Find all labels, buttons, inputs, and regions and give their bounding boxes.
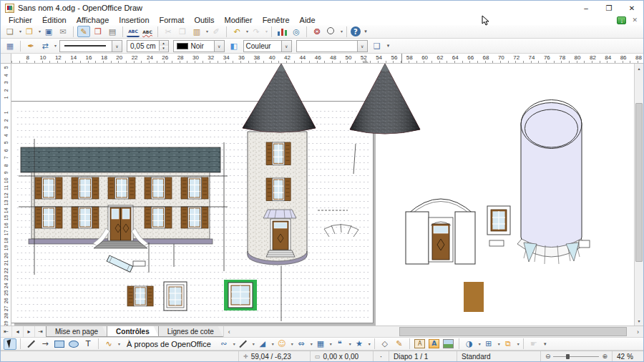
line-style-select[interactable]: ∨ (59, 40, 122, 52)
vertical-scrollbar[interactable]: ▴ ▾ (634, 64, 643, 326)
print-icon[interactable]: ▤ (106, 26, 119, 37)
curve-tool-icon[interactable]: ∿ (102, 338, 115, 350)
basic-shapes-icon[interactable]: ◢ (256, 338, 269, 350)
alignment-icon[interactable]: ⊞ (482, 338, 495, 350)
callouts-icon[interactable]: ❝ (333, 338, 346, 350)
connector-tool-icon[interactable]: ∾ (218, 338, 230, 350)
restore-button[interactable]: ❐ (597, 1, 620, 15)
close-document-icon[interactable]: ✕ (632, 16, 638, 24)
rectangle-tool-icon[interactable] (53, 338, 66, 350)
toolbar-overflow-icon[interactable]: ▾ (542, 338, 549, 350)
drawing-canvas[interactable] (11, 64, 634, 326)
ellipse-tool-icon[interactable] (67, 338, 80, 350)
arrow-tool-icon[interactable]: → (39, 338, 52, 350)
menu-item[interactable]: Fichier (4, 15, 37, 25)
copy-icon[interactable]: ❐ (176, 26, 189, 37)
spin-down-icon[interactable]: ▾ (160, 46, 168, 51)
open-icon[interactable]: ❐ (23, 26, 36, 37)
page-style-field[interactable]: Standard (457, 351, 540, 361)
scroll-down-icon[interactable]: ▾ (635, 316, 643, 326)
new-document-icon[interactable]: ❏ (4, 26, 16, 37)
menu-item[interactable]: Modifier (220, 15, 258, 25)
small-white-piece[interactable] (133, 261, 145, 266)
arrow-style-icon[interactable]: ⇄ (39, 40, 52, 52)
line-width-value[interactable]: 0,05 cm (127, 42, 159, 50)
spare-window-shuttered[interactable] (127, 286, 153, 306)
lines-arrows-icon[interactable] (237, 338, 250, 350)
gallery-text-icon[interactable] (414, 338, 426, 350)
paste-icon[interactable]: ▥ (190, 26, 203, 37)
fill-color-select[interactable]: ∨ (296, 40, 368, 52)
entrance-structure[interactable] (406, 199, 475, 264)
fill-type-select[interactable]: Couleur ∨ (243, 40, 292, 52)
undo-icon[interactable]: ↶ (230, 26, 243, 37)
chevron-down-icon[interactable]: ∨ (281, 41, 291, 52)
redo-icon[interactable]: ↷ (250, 26, 263, 37)
zoom-thumb[interactable] (566, 354, 570, 359)
zoom-out-icon[interactable]: ⊖ (545, 353, 551, 360)
properties-icon[interactable]: ▦ (4, 40, 16, 52)
small-window-piece[interactable] (487, 206, 510, 235)
menu-item[interactable]: Format (155, 15, 190, 25)
help-icon[interactable]: ? (351, 26, 361, 36)
line-color-select[interactable]: Noir ∨ (173, 40, 225, 52)
effects-pencil-icon[interactable]: ✎ (393, 338, 406, 350)
scroll-right-icon[interactable]: › (633, 326, 643, 337)
vertical-ruler[interactable]: 5432112345678910111213141516171819202122… (1, 64, 11, 326)
select-tool-icon[interactable] (4, 338, 16, 350)
chevron-down-icon[interactable]: ∨ (357, 41, 367, 52)
navigator-icon[interactable]: ❂ (311, 26, 323, 37)
tower[interactable] (243, 64, 316, 265)
arrange-icon[interactable]: ⧉ (502, 338, 514, 350)
chevron-down-icon[interactable]: ∨ (214, 41, 224, 52)
title-bar[interactable]: Sans nom 4.odg - OpenOffice Draw – ❐ ✕ (1, 1, 643, 15)
update-available-icon[interactable]: ↓ (617, 16, 626, 24)
block-arrows-icon[interactable]: ⇔ (295, 338, 308, 350)
save-icon[interactable]: ▣ (42, 26, 55, 37)
plank-piece[interactable] (107, 255, 132, 272)
autospellcheck-icon[interactable]: ABC (141, 26, 154, 37)
chevron-down-icon[interactable]: ∨ (112, 41, 122, 52)
horizontal-ruler[interactable]: 8101214161820222426283032343638404244464… (1, 54, 643, 64)
zoom-percentage[interactable]: 42 % (612, 351, 643, 361)
text-tool-icon[interactable]: T (82, 338, 94, 350)
cut-icon[interactable]: ✂ (162, 26, 175, 37)
line-pen-icon[interactable]: ✒ (24, 40, 37, 52)
menu-item[interactable]: Édition (37, 15, 72, 25)
send-email-icon[interactable]: ✉ (57, 26, 69, 37)
menu-item[interactable]: Insertion (114, 15, 154, 25)
horizontal-scroll-thumb[interactable] (399, 327, 627, 336)
tab-nav-button[interactable]: ⇥ (35, 326, 47, 337)
menu-item[interactable]: Outils (189, 15, 219, 25)
export-pdf-icon[interactable]: ❒ (92, 26, 104, 37)
line-width-spinner[interactable]: 0,05 cm ▴ ▾ (127, 40, 169, 52)
toolbar-overflow-icon[interactable]: ▾ (385, 40, 392, 52)
line-tool-icon[interactable] (24, 338, 37, 350)
horizontal-scrollbar[interactable]: ‹ › (223, 326, 643, 337)
fan-sketch[interactable] (324, 224, 358, 237)
scroll-up-icon[interactable]: ▴ (635, 64, 643, 73)
menu-item[interactable]: Affichage (72, 15, 114, 25)
small-white-rect[interactable] (489, 240, 504, 246)
shadow-icon[interactable]: ❑ (371, 40, 384, 52)
zoom-track[interactable] (553, 356, 599, 357)
spare-window-white[interactable] (164, 282, 187, 310)
insert-picture-icon[interactable] (442, 338, 455, 350)
spare-window-selected-green[interactable] (224, 280, 257, 310)
vertical-scroll-thumb[interactable] (635, 103, 643, 262)
spellcheck-icon[interactable]: ABC (127, 26, 140, 37)
edit-file-icon[interactable]: ✎ (77, 26, 90, 37)
spin-up-icon[interactable]: ▴ (160, 41, 168, 46)
cylinder-tower[interactable] (517, 100, 590, 265)
cone-roof[interactable] (350, 64, 420, 134)
tab-nav-button[interactable]: ⇤ (1, 326, 12, 337)
zoom-in-icon[interactable]: ⊕ (602, 353, 608, 360)
edit-points-icon[interactable]: ◇ (379, 338, 391, 350)
scroll-left-icon[interactable]: ‹ (224, 326, 235, 337)
3d-controller-icon[interactable]: ◑ (463, 338, 476, 350)
zoom-slider[interactable]: ⊖ ⊕ (540, 351, 612, 361)
stars-icon[interactable]: ★ (353, 338, 366, 350)
layer-tab[interactable]: Lignes de cote (158, 326, 223, 337)
minimize-button[interactable]: – (575, 1, 597, 15)
symbol-shapes-icon[interactable]: ☺ (275, 338, 288, 350)
